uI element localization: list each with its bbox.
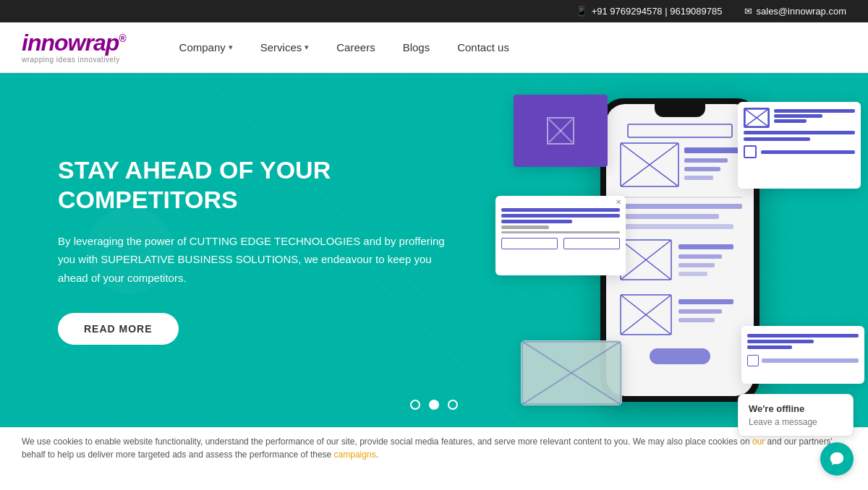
slide-dot-1[interactable]: [410, 400, 420, 410]
nav-company[interactable]: Company ▾: [169, 35, 243, 59]
chat-bubble: We're offline Leave a message: [738, 394, 854, 437]
svg-rect-7: [628, 124, 732, 137]
cookie-link-campaigns[interactable]: campaigns: [334, 450, 376, 460]
read-more-button[interactable]: READ MORE: [58, 313, 179, 345]
svg-rect-15: [618, 197, 742, 198]
phone-notch: [655, 104, 705, 117]
svg-rect-22: [678, 244, 733, 249]
email-icon: ✉: [744, 6, 752, 17]
float-card-purple: [514, 95, 608, 167]
main-nav: Company ▾ Services ▾ Careers Blogs Conta…: [169, 35, 519, 59]
chat-status: We're offline: [749, 403, 843, 414]
hero-content: STAY AHEAD OF YOUR COMPETITORS By levera…: [0, 112, 506, 388]
phone-number: +91 9769294578 | 9619089785: [592, 6, 723, 17]
chevron-down-icon: ▾: [229, 43, 233, 52]
svg-rect-14: [684, 176, 713, 180]
nav-services[interactable]: Services ▾: [250, 35, 320, 59]
email-address: sales@innowrap.com: [757, 6, 846, 17]
nav-contact[interactable]: Contact us: [447, 35, 519, 59]
logo-text: innowrap®: [22, 31, 126, 54]
hero-graphic: ✕: [492, 73, 868, 427]
svg-rect-29: [678, 299, 733, 304]
email-contact: ✉ sales@innowrap.com: [744, 6, 846, 17]
logo[interactable]: innowrap® wrapping ideas innovatively: [22, 31, 126, 64]
svg-rect-31: [678, 318, 715, 322]
svg-rect-13: [684, 167, 720, 171]
hero-title: STAY AHEAD OF YOUR COMPETITORS: [58, 155, 463, 215]
svg-rect-18: [618, 224, 733, 229]
nav-blogs[interactable]: Blogs: [393, 35, 441, 59]
svg-rect-25: [678, 272, 707, 276]
svg-rect-24: [678, 263, 715, 267]
chat-widget: We're offline Leave a message: [738, 394, 854, 468]
svg-rect-23: [678, 254, 722, 259]
top-bar: 📱 +91 9769294578 | 9619089785 ✉ sales@in…: [0, 0, 868, 22]
float-card-bottom: [521, 340, 622, 405]
logo-tagline: wrapping ideas innovatively: [22, 56, 126, 64]
svg-rect-32: [650, 348, 710, 364]
float-card-modal: ✕: [495, 196, 626, 275]
slide-dot-3[interactable]: [448, 400, 458, 410]
float-card-right-bottom: [741, 326, 864, 384]
hero-section: STAY AHEAD OF YOUR COMPETITORS By levera…: [0, 73, 868, 427]
svg-rect-30: [678, 309, 722, 314]
phone-screen: [606, 104, 754, 396]
cookie-text-3: .: [376, 450, 378, 460]
chevron-down-icon: ▾: [305, 43, 309, 52]
chat-action: Leave a message: [749, 417, 843, 427]
cookie-text: We use cookies to enable website functio…: [22, 437, 752, 447]
nav-careers[interactable]: Careers: [326, 35, 385, 59]
phone-contact: 📱 +91 9769294578 | 9619089785: [576, 6, 723, 17]
chat-open-button[interactable]: [820, 442, 854, 468]
close-icon: ✕: [495, 196, 626, 206]
svg-rect-12: [684, 158, 728, 163]
phone-icon: 📱: [576, 6, 587, 17]
svg-rect-17: [618, 214, 719, 219]
slide-dot-2[interactable]: [429, 400, 439, 410]
header: innowrap® wrapping ideas innovatively Co…: [0, 22, 868, 73]
slide-indicators: [410, 400, 458, 410]
float-card-right: [738, 102, 861, 189]
hero-subtitle: By leveraging the power of CUTTING EDGE …: [58, 232, 456, 288]
svg-rect-11: [684, 147, 739, 153]
svg-rect-16: [618, 204, 742, 209]
